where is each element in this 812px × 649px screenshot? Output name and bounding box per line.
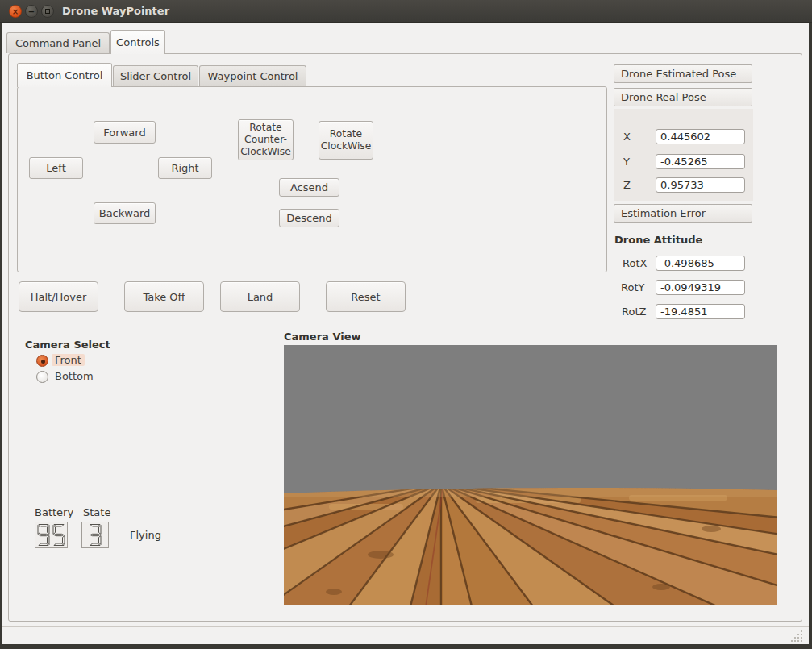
ascend-button[interactable]: Acsend bbox=[279, 178, 339, 197]
resize-grip-icon[interactable] bbox=[790, 630, 804, 642]
tab-button-control[interactable]: Button Control bbox=[17, 63, 112, 87]
reset-button[interactable]: Reset bbox=[326, 281, 406, 312]
camera-view-title: Camera View bbox=[284, 331, 361, 343]
backward-button[interactable]: Backward bbox=[94, 202, 156, 224]
title-bar[interactable]: × − Drone WayPointer bbox=[0, 0, 812, 23]
window-frame-right bbox=[809, 23, 812, 649]
bottom-radio[interactable] bbox=[36, 371, 48, 383]
drone-attitude-title: Drone Attitude bbox=[614, 234, 702, 246]
drone-real-pose-header[interactable]: Drone Real Pose bbox=[614, 88, 752, 106]
minimize-icon[interactable]: − bbox=[25, 5, 38, 18]
left-button[interactable]: Left bbox=[29, 157, 83, 179]
tab-command-panel[interactable]: Command Panel bbox=[6, 32, 110, 53]
take-off-button[interactable]: Take Off bbox=[124, 281, 204, 312]
camera-select-title: Camera Select bbox=[25, 339, 110, 351]
halt-hover-button[interactable]: Halt/Hover bbox=[19, 281, 98, 312]
rotx-field[interactable] bbox=[656, 256, 745, 271]
rotx-label: RotX bbox=[623, 257, 647, 269]
maximize-icon[interactable] bbox=[41, 5, 54, 18]
status-bar bbox=[2, 626, 809, 644]
state-lcd bbox=[81, 522, 109, 548]
descend-button[interactable]: Descend bbox=[279, 209, 339, 227]
estimation-error-header[interactable]: Estimation Error bbox=[614, 204, 752, 223]
state-label: State bbox=[83, 506, 110, 518]
close-icon[interactable]: × bbox=[9, 5, 22, 18]
pose-z-field[interactable] bbox=[656, 177, 745, 193]
tab-slider-control[interactable]: Slider Control bbox=[113, 65, 198, 86]
window-frame-bottom bbox=[0, 644, 812, 649]
tab-controls[interactable]: Controls bbox=[110, 30, 165, 54]
pose-y-field[interactable] bbox=[656, 154, 745, 169]
camera-view-image bbox=[284, 345, 777, 605]
rotz-field[interactable] bbox=[656, 304, 745, 319]
drone-estimated-pose-header[interactable]: Drone Estimated Pose bbox=[614, 64, 752, 83]
bottom-radio-label[interactable]: Bottom bbox=[55, 370, 94, 382]
pose-x-label: X bbox=[623, 131, 631, 143]
state-text: Flying bbox=[130, 529, 161, 541]
window-frame-left bbox=[0, 23, 2, 649]
rotz-label: RotZ bbox=[622, 306, 646, 318]
rotate-counter-clockwise-button[interactable]: Rotate Counter-ClockWise bbox=[238, 119, 294, 160]
rotate-clockwise-button[interactable]: Rotate ClockWise bbox=[319, 121, 373, 160]
battery-label: Battery bbox=[35, 506, 73, 518]
roty-field[interactable] bbox=[656, 280, 745, 295]
front-radio-label[interactable]: Front bbox=[52, 354, 85, 366]
window-title: Drone WayPointer bbox=[62, 0, 169, 23]
tab-waypoint-control[interactable]: Waypoint Control bbox=[199, 65, 306, 86]
right-button[interactable]: Right bbox=[158, 157, 212, 179]
battery-lcd bbox=[35, 522, 68, 548]
app-window: × − Drone WayPointer Command Panel Contr… bbox=[0, 0, 812, 649]
pose-x-field[interactable] bbox=[656, 129, 745, 144]
land-button[interactable]: Land bbox=[220, 281, 300, 312]
roty-label: RotY bbox=[621, 281, 644, 293]
pose-y-label: Y bbox=[623, 156, 630, 168]
front-radio[interactable] bbox=[36, 355, 48, 367]
pose-z-label: Z bbox=[623, 179, 631, 191]
forward-button[interactable]: Forward bbox=[94, 121, 156, 144]
